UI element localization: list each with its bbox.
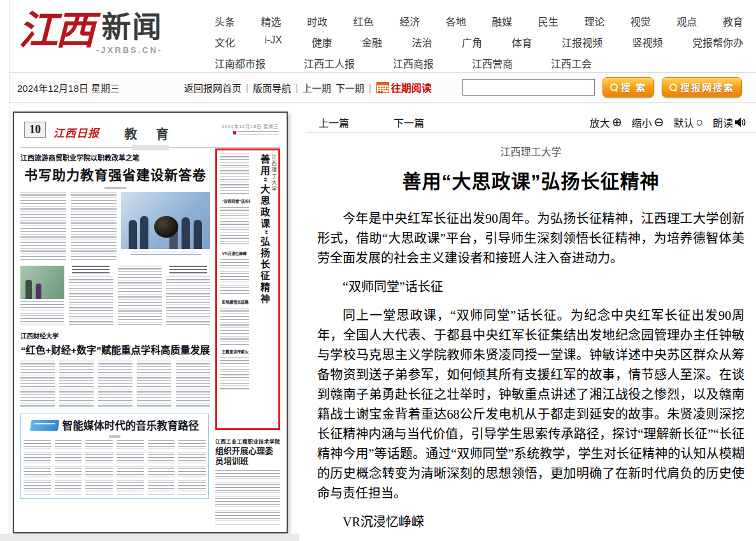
- thumb-article3-title: 智能媒体时代的音乐教育路径: [62, 417, 199, 433]
- fake-text-column: [215, 470, 280, 526]
- search-input[interactable]: [462, 79, 595, 96]
- article-text: 今年是中央红军长征出发90周年。为弘扬长征精神，江西理工大学创新形式，借助“大思…: [317, 209, 745, 541]
- separator: |: [246, 82, 248, 93]
- nav-link[interactable]: 理论: [584, 13, 604, 29]
- nav-link[interactable]: 江西工人报: [304, 55, 355, 71]
- fake-text-column: [85, 440, 113, 495]
- default-size-button[interactable]: 默认 ○: [673, 115, 703, 130]
- toolbar-link[interactable]: 返回报网首页: [184, 81, 241, 94]
- nav-link[interactable]: 健康: [312, 34, 332, 50]
- thumb-article1-columns2: [20, 266, 210, 325]
- fake-text-column: [98, 361, 132, 408]
- magnifier-icon: [608, 82, 619, 92]
- thumb-article3-box: 智能媒体时代的音乐教育路径: [20, 414, 209, 499]
- thumb-article1-title: 书写助力教育强省建设新答卷: [20, 164, 210, 184]
- thumb-article3-byline: [109, 435, 120, 438]
- nav-link[interactable]: 江西工会: [551, 55, 592, 71]
- prev-article-link[interactable]: 上一篇: [318, 115, 349, 130]
- article-subhead: VR沉浸忆峥嵘: [317, 512, 745, 532]
- search-button[interactable]: 搜 索: [603, 77, 654, 97]
- red-dot-icon: [233, 131, 236, 134]
- fake-text-column: [178, 440, 206, 495]
- toolbar-link[interactable]: 下一期: [336, 81, 364, 94]
- fake-text-column: [166, 266, 210, 325]
- thumb-article2-columns: [20, 361, 210, 408]
- nav-link[interactable]: 经济: [399, 13, 420, 29]
- fake-text-column: [137, 361, 171, 408]
- article-title: 善用“大思政课”弘扬长征精神: [317, 166, 745, 194]
- highlight-subhead: VR沉浸忆峥嵘: [222, 250, 247, 256]
- nav-link[interactable]: 金融: [362, 34, 382, 50]
- toolbar-link[interactable]: 版面导航: [253, 81, 291, 94]
- nav-link[interactable]: 观点: [676, 13, 697, 29]
- nav-link[interactable]: 头条: [215, 13, 235, 29]
- search-button-label: 搜 索: [621, 80, 646, 94]
- zoom-in-button[interactable]: 放大 ⊕: [590, 115, 622, 130]
- thumb-article4: 江西工业工程职业技术学院 组织开展心理委员培训班: [215, 438, 280, 526]
- zoom-out-label: 缩小: [632, 115, 652, 130]
- zoom-in-label: 放大: [590, 115, 610, 130]
- read-aloud-label: 朗读: [713, 115, 733, 130]
- nav-link[interactable]: 教育: [723, 13, 743, 29]
- thumb-article2-title: “红色+财经+数字”赋能重点学科高质量发展: [20, 342, 210, 356]
- read-aloud-button[interactable]: 朗读: [713, 115, 746, 130]
- zoom-in-icon: ⊕: [612, 116, 622, 128]
- default-size-label: 默认: [673, 115, 694, 130]
- photo-caption-line: [131, 252, 201, 255]
- highlighted-article-box[interactable]: “双师同堂”话长征VR沉浸忆峥嵘实地感悟长征路主题宣讲传薪火 善用“大思政课”弘…: [215, 148, 280, 430]
- nav-link[interactable]: 江西商报: [393, 55, 434, 71]
- fake-text-column: [55, 440, 82, 495]
- fake-text-column: [20, 192, 66, 261]
- highlight-subhead: “双师同堂”话长征: [222, 198, 247, 204]
- nav-row: 江南都市报江西工人报江西商报江西营商江西工会: [215, 55, 743, 71]
- nav-link[interactable]: 体育: [511, 34, 532, 50]
- nav-link[interactable]: 视觉: [631, 13, 651, 29]
- nav-link[interactable]: 党报帮你办: [692, 34, 743, 50]
- masthead-chip: [132, 145, 169, 150]
- nav-link[interactable]: 融媒: [492, 13, 512, 29]
- highlight-subhead: 实地感悟长征路: [222, 299, 247, 305]
- fake-text-column: [59, 361, 94, 408]
- archive-reading-link[interactable]: 往期阅读: [391, 80, 432, 95]
- newspaper-page-thumbnail[interactable]: 10 江西日报 教 育 2024年12月18日 星期三 江西旅游商贸职业学院以职…: [13, 112, 288, 533]
- nav-link[interactable]: 各地: [446, 13, 466, 29]
- nav-link[interactable]: 江西营商: [472, 55, 513, 71]
- nav-link[interactable]: 竖视频: [632, 34, 662, 50]
- fake-text-column: [20, 266, 64, 325]
- site-logo[interactable]: 江西 新闻 -JXRBS.CN-: [18, 6, 162, 55]
- logo-domain-text: -JXRBS.CN-: [96, 45, 162, 55]
- default-size-icon: ○: [696, 116, 703, 128]
- thumb-article4-title: 组织开展心理委员培训班: [215, 446, 280, 467]
- nav-link[interactable]: 红色: [353, 13, 374, 29]
- nav-link[interactable]: 民生: [538, 13, 559, 29]
- nav-link[interactable]: 广角: [462, 34, 482, 50]
- nav-row: 文化i-JX健康金融法治广角体育江报视频竖视频党报帮你办: [215, 34, 743, 50]
- nav-link[interactable]: 法治: [411, 34, 432, 50]
- highlight-subhead: 主题宣讲传薪火: [222, 349, 247, 354]
- separator: |: [369, 82, 371, 93]
- fake-text-block: [220, 357, 249, 391]
- zoom-out-button[interactable]: 缩小 ⊖: [632, 115, 664, 130]
- fake-text-block: [220, 207, 249, 247]
- site-search-button[interactable]: 搜报网搜索: [662, 77, 742, 97]
- fake-text-block: [220, 154, 249, 194]
- nav-link[interactable]: 精选: [261, 13, 282, 29]
- current-date: 2024年12月18日 星期三: [17, 81, 184, 94]
- highlight-body: “双师同堂”话长征VR沉浸忆峥嵘实地感悟长征路主题宣讲传薪火: [217, 150, 250, 428]
- music-article-badge-icon: [30, 420, 59, 431]
- toolbar-link[interactable]: 上一期: [303, 81, 331, 94]
- newspaper-contact-line: [238, 131, 279, 134]
- newspaper-dateline: 2024年12月18日 星期三: [222, 123, 279, 134]
- article-paragraph: 今年是中央红军长征出发90周年。为弘扬长征精神，江西理工大学创新形式，借助“大思…: [317, 209, 745, 268]
- nav-link[interactable]: 江南都市报: [215, 55, 266, 71]
- nav-link[interactable]: 文化: [215, 34, 235, 50]
- calendar-icon[interactable]: [376, 82, 389, 93]
- thumb-article3-columns: [24, 440, 206, 495]
- highlight-vertical-title: 善用“大思政课”弘扬长征精神: [259, 154, 269, 424]
- nav-link[interactable]: 江报视频: [562, 34, 603, 50]
- nav-row: 头条精选时政红色经济各地融媒民生理论视觉观点教育: [215, 13, 743, 29]
- newspaper-photo: [121, 192, 210, 249]
- next-article-link[interactable]: 下一篇: [394, 115, 424, 130]
- nav-link[interactable]: i-JX: [264, 34, 282, 50]
- nav-link[interactable]: 时政: [307, 13, 327, 29]
